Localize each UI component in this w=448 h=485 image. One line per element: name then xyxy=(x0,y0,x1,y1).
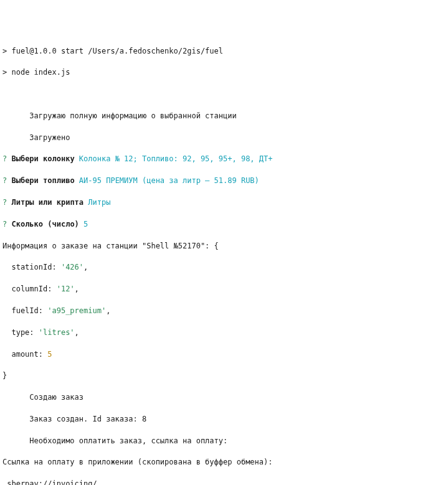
creating-2: Заказ создан. Id заказа: 8 xyxy=(2,414,448,425)
blank xyxy=(2,89,448,100)
order-close: } xyxy=(2,370,448,381)
prompt-unit: ? Литры или крипта Литры xyxy=(2,197,448,208)
order-type: type: 'litres', xyxy=(2,327,448,338)
link-app-label: Ссылка на оплату в приложении (скопирова… xyxy=(2,457,448,468)
creating-3: Необходимо оплатить заказ, ссылка на опл… xyxy=(2,436,448,446)
order-columnid: columnId: '12', xyxy=(2,284,448,294)
prompt-column: ? Выбери колонку Колонка № 12; Топливо: … xyxy=(2,154,448,164)
loading-1: Загружаю полную информацию о выбранной с… xyxy=(2,111,448,121)
cmd-line-1: > fuel@1.0.0 start /Users/a.fedoschenko/… xyxy=(2,46,448,57)
link-app-url: sberpay://invoicing/ xyxy=(2,479,448,485)
order-amount: amount: 5 xyxy=(2,349,448,360)
order-header: Информация о заказе на станции "Shell №5… xyxy=(2,241,448,252)
terminal-output: > fuel@1.0.0 start /Users/a.fedoschenko/… xyxy=(2,35,448,485)
order-fuelid: fuelId: 'a95_premium', xyxy=(2,306,448,316)
order-stationid: stationId: '426', xyxy=(2,262,448,273)
creating-1: Создаю заказ xyxy=(2,392,448,403)
cmd-line-2: > node index.js xyxy=(2,67,448,78)
loading-2: Загружено xyxy=(2,133,448,143)
prompt-amount: ? Сколько (число) 5 xyxy=(2,219,448,230)
prompt-fuel: ? Выбери топливо АИ-95 ПРЕМИУМ (цена за … xyxy=(2,176,448,186)
